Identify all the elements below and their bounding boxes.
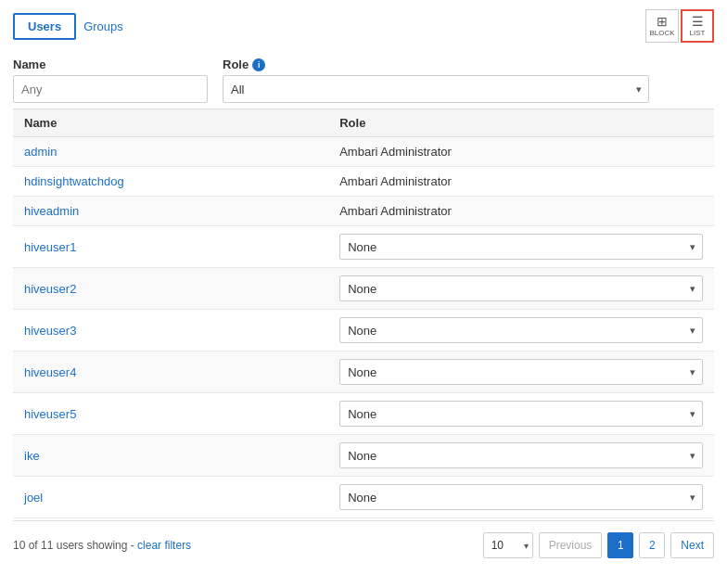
user-link[interactable]: joel xyxy=(24,491,43,505)
user-name-cell: hiveuser5 xyxy=(13,393,328,435)
role-dropdown[interactable]: NoneAmbari Administrator xyxy=(339,484,703,510)
role-text: Ambari Administrator xyxy=(339,145,452,159)
user-role-cell: NoneAmbari Administrator▾ xyxy=(328,310,714,352)
user-name-cell: hiveuser3 xyxy=(13,310,328,352)
block-icon: ⊞ xyxy=(657,15,668,28)
role-select[interactable]: All Ambari Administrator None xyxy=(223,75,649,103)
user-link[interactable]: ike xyxy=(24,449,40,463)
role-filter-group: Role i All Ambari Administrator None ▾ xyxy=(223,58,649,103)
previous-button[interactable]: Previous xyxy=(539,532,603,558)
name-input[interactable] xyxy=(13,75,208,103)
list-icon: ☰ xyxy=(692,15,704,28)
pagination-controls: 10 25 50 ▾ Previous 1 2 Next xyxy=(483,532,714,558)
table-row: hiveuser2NoneAmbari Administrator▾ xyxy=(13,268,714,310)
clear-filters-link[interactable]: clear filters xyxy=(137,539,191,552)
user-role-cell: NoneAmbari Administrator▾ xyxy=(328,352,714,393)
user-role-cell: Ambari Administrator xyxy=(328,137,714,167)
nav-tabs: Users Groups xyxy=(13,13,123,40)
user-link[interactable]: hiveuser5 xyxy=(24,407,76,421)
user-name-cell: hiveuser4 xyxy=(13,352,328,393)
user-name-cell: hiveuser1 xyxy=(13,226,328,268)
role-dropdown-wrapper: NoneAmbari Administrator▾ xyxy=(339,401,703,427)
user-link[interactable]: hiveuser4 xyxy=(24,365,76,379)
separator: - xyxy=(131,539,137,552)
user-role-cell: NoneAmbari Administrator▾ xyxy=(328,435,714,477)
role-text: Ambari Administrator xyxy=(339,204,452,218)
table-row: adminAmbari Administrator xyxy=(13,137,714,167)
user-link[interactable]: admin xyxy=(24,145,57,159)
user-name-cell: ike xyxy=(13,435,328,477)
view-toggles: ⊞ BLOCK ☰ LIST xyxy=(645,9,714,43)
page-1-button[interactable]: 1 xyxy=(607,532,633,558)
table-header-row: Name Role xyxy=(13,109,714,137)
page-2-button[interactable]: 2 xyxy=(639,532,665,558)
table-row: hiveadminAmbari Administrator xyxy=(13,197,714,226)
table-row: hiveuser3NoneAmbari Administrator▾ xyxy=(13,310,714,352)
user-link[interactable]: hiveuser1 xyxy=(24,240,76,254)
block-label: BLOCK xyxy=(649,29,674,37)
role-dropdown-wrapper: NoneAmbari Administrator▾ xyxy=(339,317,703,343)
role-info-icon[interactable]: i xyxy=(252,58,265,71)
table-row: hiveuser4NoneAmbari Administrator▾ xyxy=(13,352,714,393)
block-view-button[interactable]: ⊞ BLOCK xyxy=(645,9,679,43)
user-role-cell: NoneAmbari Administrator▾ xyxy=(328,226,714,268)
user-name-cell: hdinsightwatchdog xyxy=(13,167,328,197)
role-dropdown-wrapper: NoneAmbari Administrator▾ xyxy=(339,359,703,385)
table-row: hdinsightwatchdogAmbari Administrator xyxy=(13,167,714,197)
role-dropdown-wrapper: NoneAmbari Administrator▾ xyxy=(339,442,703,468)
list-label: LIST xyxy=(690,29,706,37)
role-select-wrapper: All Ambari Administrator None ▾ xyxy=(223,75,649,103)
table-row: ikeNoneAmbari Administrator▾ xyxy=(13,435,714,477)
user-link[interactable]: hiveuser3 xyxy=(24,324,76,338)
role-dropdown[interactable]: NoneAmbari Administrator xyxy=(339,317,703,343)
showing-text: 10 of 11 users showing xyxy=(13,539,127,552)
name-filter-group: Name xyxy=(13,58,208,103)
col-header-role: Role xyxy=(328,109,714,137)
footer-info: 10 of 11 users showing - clear filters xyxy=(13,539,191,552)
user-link[interactable]: hiveuser2 xyxy=(24,282,76,296)
role-filter-label: Role i xyxy=(223,58,649,71)
user-role-cell: Ambari Administrator xyxy=(328,197,714,226)
top-nav: Users Groups ⊞ BLOCK ☰ LIST xyxy=(13,9,714,43)
per-page-wrapper: 10 25 50 ▾ xyxy=(483,532,533,558)
table-row: hiveuser1NoneAmbari Administrator▾ xyxy=(13,226,714,268)
user-link[interactable]: hiveadmin xyxy=(24,204,79,218)
next-button[interactable]: Next xyxy=(670,532,714,558)
list-view-button[interactable]: ☰ LIST xyxy=(681,9,714,43)
user-name-cell: admin xyxy=(13,137,328,167)
user-role-cell: NoneAmbari Administrator▾ xyxy=(328,393,714,435)
user-role-cell: Ambari Administrator xyxy=(328,167,714,197)
footer-row: 10 of 11 users showing - clear filters 1… xyxy=(13,520,714,558)
role-dropdown[interactable]: NoneAmbari Administrator xyxy=(339,359,703,385)
user-link[interactable]: hdinsightwatchdog xyxy=(24,174,124,188)
table-row: hiveuser5NoneAmbari Administrator▾ xyxy=(13,393,714,435)
user-name-cell: hiveuser2 xyxy=(13,268,328,310)
user-name-cell: hiveadmin xyxy=(13,197,328,226)
role-dropdown-wrapper: NoneAmbari Administrator▾ xyxy=(339,484,703,510)
groups-tab[interactable]: Groups xyxy=(83,19,123,33)
role-dropdown[interactable]: NoneAmbari Administrator xyxy=(339,234,703,260)
role-dropdown-wrapper: NoneAmbari Administrator▾ xyxy=(339,234,703,260)
role-dropdown[interactable]: NoneAmbari Administrator xyxy=(339,401,703,427)
table-row: joelNoneAmbari Administrator▾ xyxy=(13,477,714,518)
user-role-cell: NoneAmbari Administrator▾ xyxy=(328,268,714,310)
col-header-name: Name xyxy=(13,109,328,137)
user-name-cell: joel xyxy=(13,477,328,518)
users-table: Name Role adminAmbari Administratorhdins… xyxy=(13,109,714,518)
role-dropdown[interactable]: NoneAmbari Administrator xyxy=(339,275,703,301)
name-filter-label: Name xyxy=(13,58,208,71)
filter-row: Name Role i All Ambari Administrator Non… xyxy=(13,58,714,109)
per-page-select[interactable]: 10 25 50 xyxy=(483,532,533,558)
role-text: Ambari Administrator xyxy=(339,174,452,188)
users-tab[interactable]: Users xyxy=(13,13,76,40)
role-dropdown[interactable]: NoneAmbari Administrator xyxy=(339,442,703,468)
role-dropdown-wrapper: NoneAmbari Administrator▾ xyxy=(339,275,703,301)
user-role-cell: NoneAmbari Administrator▾ xyxy=(328,477,714,518)
